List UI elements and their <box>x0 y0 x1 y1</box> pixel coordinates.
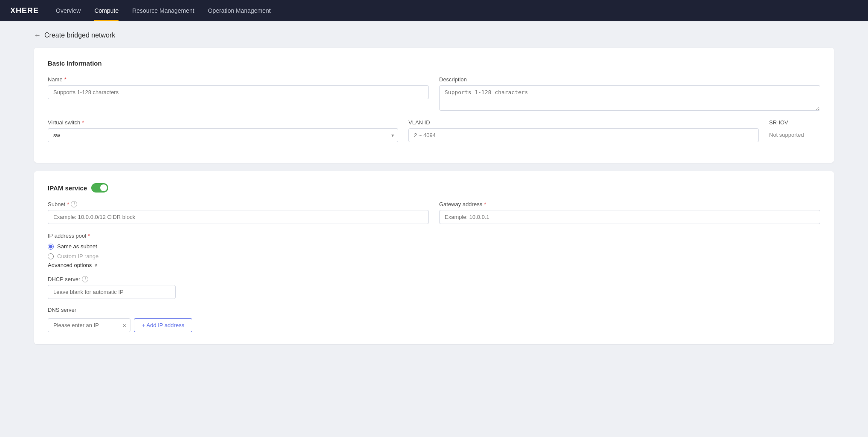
radio-custom-ip-range-input[interactable] <box>48 253 54 259</box>
subnet-group: Subnet * i <box>48 201 429 224</box>
dns-clear-button[interactable]: × <box>123 322 126 329</box>
add-ip-button[interactable]: + Add IP address <box>134 318 192 332</box>
dhcp-server-group: DHCP server i <box>48 276 820 299</box>
dhcp-server-input[interactable] <box>48 285 176 299</box>
gateway-required: * <box>484 201 486 207</box>
sriov-group: SR-IOV Not supported <box>769 119 820 142</box>
dns-server-label: DNS server <box>48 307 820 313</box>
ip-pool-required: * <box>88 233 90 239</box>
dhcp-server-label: DHCP server i <box>48 276 820 282</box>
ip-pool-radio-group: Same as subnet Custom IP range <box>48 243 820 259</box>
sriov-value: Not supported <box>769 128 820 138</box>
basic-info-title: Basic Information <box>48 60 820 67</box>
dns-input-wrapper: × <box>48 318 130 332</box>
name-required: * <box>64 76 67 83</box>
nav-link-compute[interactable]: Compute <box>94 0 119 21</box>
name-label: Name * <box>48 76 429 83</box>
gateway-group: Gateway address * <box>439 201 820 224</box>
gateway-input[interactable] <box>439 210 820 224</box>
nav-links: Overview Compute Resource Management Ope… <box>56 0 271 21</box>
description-label: Description <box>439 76 820 83</box>
radio-same-as-subnet-label: Same as subnet <box>57 243 97 250</box>
brand-logo: XHERE <box>10 6 39 15</box>
radio-same-as-subnet-input[interactable] <box>48 244 54 250</box>
ip-pool-group: IP address pool * Same as subnet Custom … <box>48 233 820 259</box>
subnet-input[interactable] <box>48 210 429 224</box>
nav-link-operation-management[interactable]: Operation Management <box>208 0 271 21</box>
dns-server-row: × + Add IP address <box>48 318 820 332</box>
name-input[interactable] <box>48 85 429 99</box>
nav-link-resource-management[interactable]: Resource Management <box>132 0 194 21</box>
virtual-switch-required: * <box>82 119 84 126</box>
back-arrow-icon[interactable]: ← <box>34 32 41 39</box>
ipam-toggle-slider <box>91 183 108 193</box>
radio-custom-ip-range[interactable]: Custom IP range <box>48 253 820 259</box>
subnet-gateway-row: Subnet * i Gateway address * <box>48 201 820 224</box>
vlan-id-input[interactable] <box>408 128 759 142</box>
basic-info-card: Basic Information Name * Description Vir… <box>34 48 834 163</box>
vlan-id-label: VLAN ID <box>408 119 759 126</box>
page-content: ← Create bridged network Basic Informati… <box>0 21 868 363</box>
breadcrumb: ← Create bridged network <box>34 32 834 39</box>
advanced-options-label: Advanced options <box>48 262 92 268</box>
vlan-id-group: VLAN ID <box>408 119 759 142</box>
switch-vlan-sriov-row: Virtual switch * sw ▾ VLAN ID SR-IOV Not… <box>48 119 820 142</box>
radio-custom-ip-range-label: Custom IP range <box>57 253 98 259</box>
description-input[interactable] <box>439 85 820 111</box>
chevron-down-icon: ∨ <box>94 262 98 268</box>
ipam-title: IPAM service <box>48 184 87 192</box>
virtual-switch-group: Virtual switch * sw ▾ <box>48 119 398 142</box>
dhcp-info-icon: i <box>82 276 88 282</box>
virtual-switch-select[interactable]: sw <box>48 128 398 142</box>
name-group: Name * <box>48 76 429 111</box>
sriov-label: SR-IOV <box>769 119 820 126</box>
gateway-label: Gateway address * <box>439 201 820 207</box>
description-group: Description <box>439 76 820 111</box>
radio-same-as-subnet[interactable]: Same as subnet <box>48 243 820 250</box>
virtual-switch-label: Virtual switch * <box>48 119 398 126</box>
virtual-switch-wrapper: sw ▾ <box>48 128 398 142</box>
nav-link-overview[interactable]: Overview <box>56 0 81 21</box>
name-description-row: Name * Description <box>48 76 820 111</box>
advanced-options-toggle[interactable]: Advanced options ∨ <box>48 262 820 268</box>
dns-server-input[interactable] <box>48 318 130 332</box>
dhcp-input-wrapper <box>48 285 176 299</box>
ipam-card: IPAM service Subnet * i Gateway address … <box>34 171 834 344</box>
page-title: Create bridged network <box>44 32 115 39</box>
subnet-required: * <box>67 201 69 207</box>
ipam-toggle[interactable] <box>91 183 108 193</box>
ipam-section-header: IPAM service <box>48 183 820 193</box>
subnet-label: Subnet * i <box>48 201 429 207</box>
navbar: XHERE Overview Compute Resource Manageme… <box>0 0 868 21</box>
ip-pool-label: IP address pool * <box>48 233 820 239</box>
subnet-info-icon: i <box>71 201 77 207</box>
dns-server-group: DNS server × + Add IP address <box>48 307 820 332</box>
